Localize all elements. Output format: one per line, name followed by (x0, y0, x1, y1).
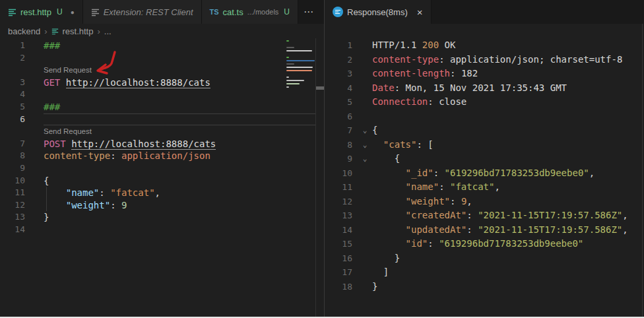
code-token: "fatcat" (450, 181, 494, 192)
line-content: "id": "619296bd71783253db9eebe0" (372, 237, 641, 251)
minimap-line (286, 57, 289, 58)
line-number: 13 (325, 208, 358, 223)
tab-extension-rest-client[interactable]: Extension: REST Client (83, 0, 202, 24)
scrollbar-track[interactable] (315, 38, 324, 317)
line-number: 14 (0, 224, 44, 236)
close-icon[interactable]: × (417, 7, 423, 18)
code-token: : (110, 200, 121, 210)
code-token: : (428, 96, 439, 107)
code-line: 1### (0, 40, 315, 52)
code-token: Connection (372, 96, 428, 107)
code-line: 5### (0, 101, 315, 113)
code-token: : (110, 150, 121, 161)
minimap-line (286, 60, 315, 61)
minimap-line (286, 90, 315, 91)
code-line: 17 ] (325, 265, 641, 280)
line-number: 2 (325, 53, 358, 67)
minimap-line (286, 47, 294, 48)
request-url-link[interactable]: http://localhost:8888/cats (71, 139, 216, 150)
code-token: : (467, 224, 478, 235)
line-number: 10 (0, 175, 44, 187)
line-number: 7 (0, 138, 44, 150)
right-scrollbar-track[interactable] (642, 24, 643, 317)
http-request-editor[interactable]: 1###2Send Request3GET http://localhost:8… (0, 38, 324, 317)
breadcrumb-item-file[interactable]: rest.http (63, 26, 94, 36)
code-token: Mon, 15 Nov 2021 17:35:43 GMT (406, 82, 567, 93)
code-token: , (155, 187, 160, 198)
editor-group-right: Response(8ms) × 1HTTP/1.1 200 OK2content… (325, 0, 644, 317)
code-token: 9 (121, 200, 127, 210)
breadcrumb-item-folder[interactable]: backend (8, 26, 40, 36)
fold-chevron-icon[interactable]: ⌄ (358, 123, 372, 138)
code-token: Date (372, 82, 395, 93)
code-token: OK (439, 40, 455, 50)
code-line: 14 "updatedAt": "2021-11-15T17:19:57.586… (325, 223, 641, 238)
tab-path-description: .../models (247, 8, 279, 16)
code-token: : (395, 82, 406, 93)
code-token: "id" (406, 238, 428, 249)
code-token: "name" (66, 187, 100, 198)
request-url-link[interactable]: http://localhost:8888/cats (66, 77, 210, 88)
http-response-editor[interactable]: 1HTTP/1.1 200 OK2content-type: applicati… (325, 24, 644, 317)
code-token: "_id" (406, 168, 434, 178)
breadcrumb-separator-icon: › (44, 26, 47, 36)
code-token: : (434, 168, 445, 178)
line-number: 13 (0, 211, 44, 224)
code-token: "updatedAt" (406, 224, 467, 235)
code-token: } (44, 212, 49, 222)
fold-chevron-icon[interactable]: ⌄ (358, 138, 372, 152)
code-line: 2content-type: application/json; charset… (325, 53, 641, 67)
code-line: 10 "_id": "619296bd71783253db9eebe0", (325, 166, 641, 181)
minimap-line (286, 77, 289, 78)
tab-cat-ts[interactable]: TS cat.ts .../models U (202, 0, 299, 24)
line-content: "cats": [ (372, 138, 641, 152)
code-line: 8content-type: application/json (0, 150, 315, 162)
minimap[interactable] (286, 40, 315, 93)
code-line: 16 } (325, 251, 641, 266)
typescript-icon: TS (210, 8, 219, 16)
code-token: "weight" (66, 200, 110, 210)
code-token: ] (372, 267, 389, 277)
code-token: "name" (406, 181, 439, 192)
tab-label: Extension: REST Client (104, 7, 193, 17)
breadcrumb-item-symbol[interactable]: ... (104, 26, 112, 36)
code-token: : (99, 187, 110, 198)
code-line: 14 (0, 224, 315, 236)
unsaved-dot-icon[interactable]: ● (71, 9, 75, 16)
line-content: { (372, 123, 641, 138)
code-token: "619296bd71783253db9eebe0" (439, 238, 583, 249)
more-actions-icon[interactable]: ⋯ (298, 0, 320, 24)
right-tab-bar: Response(8ms) × (325, 0, 644, 24)
minimap-line (286, 44, 315, 45)
tab-rest-http[interactable]: rest.http U ● (0, 0, 83, 24)
minimap-line (286, 63, 294, 65)
code-line: 18} (325, 280, 641, 294)
tab-response[interactable]: Response(8ms) × (325, 0, 432, 24)
code-token: { (372, 125, 377, 135)
editor-group-left: rest.http U ● Extension: REST Client TS … (0, 0, 324, 317)
line-number: 6 (0, 113, 44, 126)
fold-chevron-icon[interactable]: ⌄ (358, 152, 372, 166)
code-token: POST (44, 139, 71, 149)
code-token (372, 196, 406, 207)
fold-spacer (358, 223, 372, 238)
file-lines-icon (51, 28, 59, 35)
file-lines-icon (8, 8, 16, 16)
code-token (372, 238, 406, 249)
line-number: 15 (325, 237, 358, 251)
code-token: "619296bd71783253db9eebe0" (445, 168, 589, 178)
code-token: : (450, 196, 461, 207)
git-status-badge: U (284, 7, 290, 16)
scrollbar-thumb[interactable] (316, 86, 324, 90)
send-request-codelens[interactable]: Send Request (44, 125, 315, 138)
code-token: content-type (44, 150, 110, 161)
code-token: content-type (372, 54, 439, 65)
line-content: ] (372, 265, 641, 280)
line-content: "_id": "619296bd71783253db9eebe0", (372, 166, 641, 181)
code-line: 9⌄ { (325, 152, 641, 166)
fold-spacer (358, 53, 372, 67)
code-token: ### (44, 40, 60, 51)
code-line: 15 "id": "619296bd71783253db9eebe0" (325, 237, 641, 251)
minimap-line (286, 67, 313, 68)
line-number (0, 125, 44, 138)
